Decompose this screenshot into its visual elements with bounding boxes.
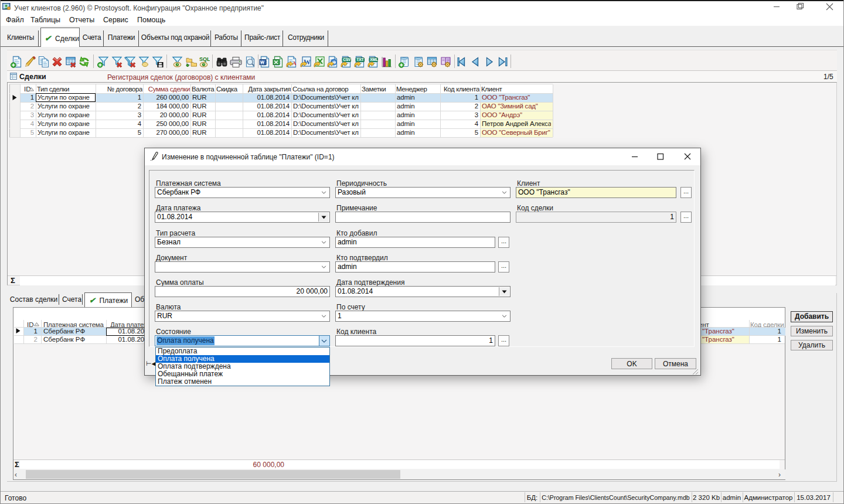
svg-text:TXT: TXT — [356, 57, 363, 62]
svg-text:A: A — [292, 60, 297, 66]
svg-text:SQL: SQL — [199, 56, 210, 62]
svg-text:XML: XML — [370, 57, 378, 62]
svg-text:CSV: CSV — [343, 57, 351, 62]
